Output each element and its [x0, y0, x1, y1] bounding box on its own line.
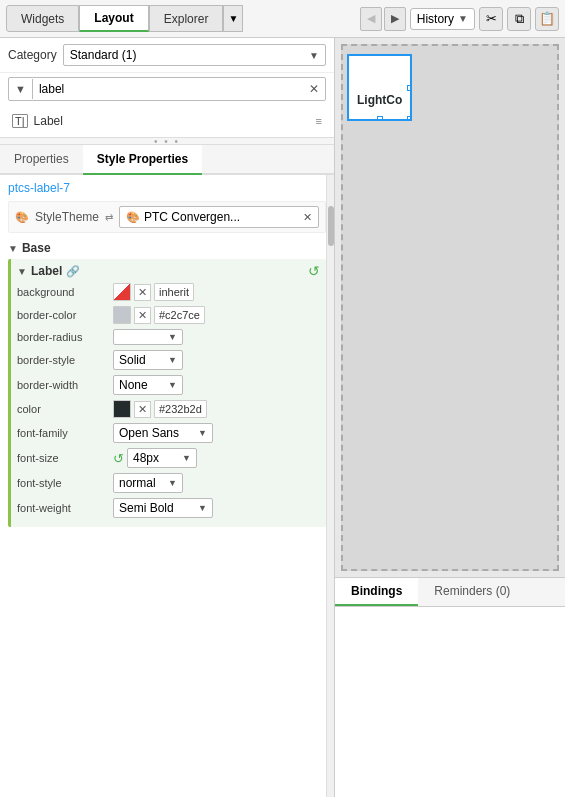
category-select[interactable]: Standard (1) ▼: [63, 44, 326, 66]
font-family-value: Open Sans: [119, 426, 179, 440]
scrollbar-track[interactable]: [326, 175, 334, 797]
border-color-swatch[interactable]: [113, 306, 131, 324]
prop-value-background: ✕ inherit: [113, 283, 320, 301]
canvas-handle-bm[interactable]: [377, 116, 383, 121]
prop-border-width: border-width None ▼: [17, 375, 320, 395]
label-widget-icon: T|: [12, 114, 28, 128]
widget-align-icon: ≡: [316, 115, 322, 127]
prop-value-font-style: normal ▼: [113, 473, 320, 493]
prop-font-style: font-style normal ▼: [17, 473, 320, 493]
prop-value-color: ✕ #232b2d: [113, 400, 320, 418]
filter-icon: ▼: [9, 79, 33, 99]
label-section-label: Label: [31, 264, 62, 278]
font-style-select[interactable]: normal ▼: [113, 473, 183, 493]
font-family-arrow: ▼: [198, 428, 207, 438]
prop-name-color: color: [17, 403, 107, 415]
border-width-arrow: ▼: [168, 380, 177, 390]
style-content: ptcs-label-7 🎨 StyleTheme ⇄ 🎨 PTC Conver…: [0, 175, 334, 537]
search-clear-btn[interactable]: ✕: [303, 78, 325, 100]
border-style-arrow: ▼: [168, 355, 177, 365]
prop-value-border-style: Solid ▼: [113, 350, 320, 370]
border-radius-arrow: ▼: [168, 332, 177, 342]
color-clear-btn[interactable]: ✕: [134, 401, 151, 418]
prop-background: background ✕ inherit: [17, 283, 320, 301]
border-style-select[interactable]: Solid ▼: [113, 350, 183, 370]
prop-name-font-family: font-family: [17, 427, 107, 439]
border-style-value: Solid: [119, 353, 146, 367]
border-radius-select[interactable]: ▼: [113, 329, 183, 345]
font-size-select[interactable]: 48px ▼: [127, 448, 197, 468]
color-swatch[interactable]: [113, 400, 131, 418]
canvas-area[interactable]: LightCo: [341, 44, 559, 571]
label-section-toggle[interactable]: ▼: [17, 266, 27, 277]
prop-value-font-weight: Semi Bold ▼: [113, 498, 320, 518]
tab-bindings[interactable]: Bindings: [335, 578, 418, 606]
prop-font-weight: font-weight Semi Bold ▼: [17, 498, 320, 518]
canvas-handle-mr[interactable]: [407, 85, 412, 91]
scrollbar-thumb[interactable]: [328, 206, 334, 246]
font-weight-value: Semi Bold: [119, 501, 174, 515]
redo-btn[interactable]: ▶: [384, 7, 406, 31]
label-widget-label: Label: [34, 114, 63, 128]
prop-name-border-width: border-width: [17, 379, 107, 391]
tabs-dropdown-btn[interactable]: ▼: [223, 5, 243, 32]
label-refresh-btn[interactable]: ↺: [308, 263, 320, 279]
prop-name-font-size: font-size: [17, 452, 107, 464]
font-size-value: 48px: [133, 451, 159, 465]
font-size-arrow: ▼: [182, 453, 191, 463]
label-subsection: ▼ Label 🔗 ↺ background ✕: [8, 259, 326, 527]
background-value: inherit: [154, 283, 194, 301]
background-clear-btn[interactable]: ✕: [134, 284, 151, 301]
prop-name-border-style: border-style: [17, 354, 107, 366]
style-theme-value[interactable]: 🎨 PTC Convergen... ✕: [119, 206, 319, 228]
canvas-handle-br[interactable]: [407, 116, 412, 121]
list-item[interactable]: T| Label ≡: [8, 109, 326, 133]
prop-value-border-width: None ▼: [113, 375, 320, 395]
tab-reminders[interactable]: Reminders (0): [418, 578, 526, 606]
widget-list: T| Label ≡: [0, 105, 334, 137]
font-size-refresh-btn[interactable]: ↺: [113, 451, 124, 466]
border-width-value: None: [119, 378, 148, 392]
prop-name-font-weight: font-weight: [17, 502, 107, 514]
prop-name-border-color: border-color: [17, 309, 107, 321]
border-color-clear-btn[interactable]: ✕: [134, 307, 151, 324]
category-dropdown-arrow: ▼: [309, 50, 319, 61]
style-theme-clear-btn[interactable]: ✕: [303, 211, 312, 224]
search-row: ▼ ✕: [8, 77, 326, 101]
tab-layout[interactable]: Layout: [79, 5, 148, 32]
font-weight-select[interactable]: Semi Bold ▼: [113, 498, 213, 518]
tab-widgets[interactable]: Widgets: [6, 5, 79, 32]
copy-btn[interactable]: ⧉: [507, 7, 531, 31]
tab-properties[interactable]: Properties: [0, 145, 83, 175]
style-id: ptcs-label-7: [8, 181, 326, 195]
main-area: Category Standard (1) ▼ ▼ ✕ T| Label ≡ •…: [0, 38, 565, 797]
canvas-widget-text: LightCo: [357, 93, 402, 107]
prop-value-font-family: Open Sans ▼: [113, 423, 320, 443]
prop-font-family: font-family Open Sans ▼: [17, 423, 320, 443]
cut-btn[interactable]: ✂: [479, 7, 503, 31]
undo-btn[interactable]: ◀: [360, 7, 382, 31]
tab-style-properties[interactable]: Style Properties: [83, 145, 202, 175]
base-section-toggle[interactable]: ▼: [8, 243, 18, 254]
font-weight-arrow: ▼: [198, 503, 207, 513]
background-color-swatch[interactable]: [113, 283, 131, 301]
font-style-value: normal: [119, 476, 156, 490]
props-panel: Properties Style Properties ptcs-label-7…: [0, 145, 334, 797]
font-family-select[interactable]: Open Sans ▼: [113, 423, 213, 443]
history-label: History: [417, 12, 454, 26]
tab-explorer[interactable]: Explorer: [149, 5, 224, 32]
main-tabs: Widgets Layout Explorer ▼: [6, 5, 243, 32]
font-style-arrow: ▼: [168, 478, 177, 488]
panel-resize[interactable]: • • •: [0, 137, 334, 145]
right-bottom-panel: Bindings Reminders (0): [335, 577, 565, 797]
history-dropdown-arrow[interactable]: ▼: [458, 13, 468, 24]
border-width-select[interactable]: None ▼: [113, 375, 183, 395]
paste-btn[interactable]: 📋: [535, 7, 559, 31]
category-row: Category Standard (1) ▼: [0, 38, 334, 73]
prop-name-font-style: font-style: [17, 477, 107, 489]
canvas-widget[interactable]: LightCo: [347, 54, 412, 121]
history-group[interactable]: History ▼: [410, 8, 475, 30]
search-input[interactable]: [33, 78, 303, 100]
style-theme-paint-icon: 🎨: [15, 211, 29, 224]
toolbar: Widgets Layout Explorer ▼ ◀ ▶ History ▼ …: [0, 0, 565, 38]
